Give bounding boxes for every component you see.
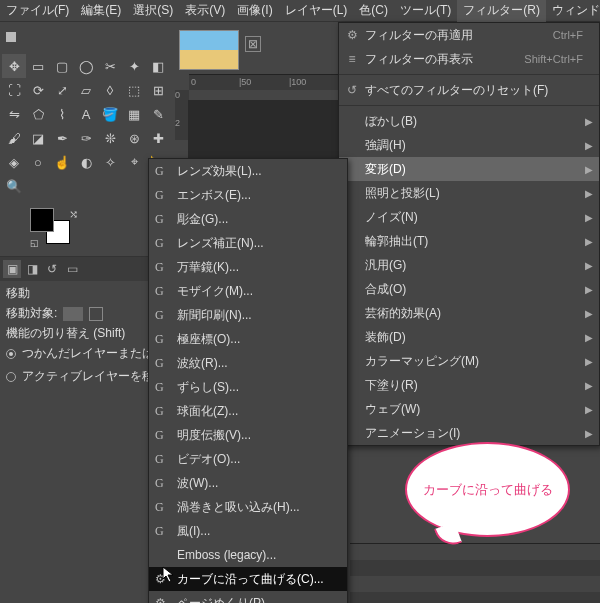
tool-warp[interactable]: ⌇ <box>50 102 74 126</box>
filter-repeat[interactable]: ⚙ フィルターの再適用 Ctrl+F <box>339 23 599 47</box>
tool-dodge[interactable]: ◐ <box>74 150 98 174</box>
tool-shear[interactable]: ▱ <box>74 78 98 102</box>
distort-emboss[interactable]: Gエンボス(E)... <box>149 183 347 207</box>
chevron-right-icon: ▶ <box>585 332 593 343</box>
tool-path[interactable]: ✧ <box>98 150 122 174</box>
menu-layer[interactable]: レイヤー(L) <box>279 0 354 22</box>
filter-group-generic[interactable]: 汎用(G)▶ <box>339 253 599 277</box>
filter-group-edge[interactable]: 輪郭抽出(T)▶ <box>339 229 599 253</box>
distort-lens[interactable]: Gレンズ効果(L)... <box>149 159 347 183</box>
distort-emboss-legacy[interactable]: Emboss (legacy)... <box>149 543 347 567</box>
gegl-icon: G <box>155 164 164 179</box>
filter-reshow[interactable]: ≡ フィルターの再表示 Shift+Ctrl+F <box>339 47 599 71</box>
filter-group-render[interactable]: 下塗り(R)▶ <box>339 373 599 397</box>
tool-persp-clone[interactable]: ◈ <box>2 150 26 174</box>
distort-video[interactable]: Gビデオ(O)... <box>149 447 347 471</box>
tool-blur[interactable]: ○ <box>26 150 50 174</box>
menu-windows[interactable]: ウィンドウ(W) <box>546 0 600 22</box>
menu-image[interactable]: 画像(I) <box>231 0 278 22</box>
tool-transform[interactable]: ⬚ <box>122 78 146 102</box>
chevron-right-icon: ▶ <box>585 404 593 415</box>
filter-group-combine[interactable]: 合成(O)▶ <box>339 277 599 301</box>
menu-select[interactable]: 選択(S) <box>127 0 179 22</box>
distort-whirl[interactable]: G渦巻きと吸い込み(H)... <box>149 495 347 519</box>
filter-group-artistic[interactable]: 芸術的効果(A)▶ <box>339 301 599 325</box>
menu-edit[interactable]: 編集(E) <box>75 0 127 22</box>
menu-tools[interactable]: ツール(T) <box>394 0 457 22</box>
distort-polar[interactable]: G極座標(O)... <box>149 327 347 351</box>
tool-ink[interactable]: ✑ <box>74 126 98 150</box>
opt-tab-image[interactable]: ▭ <box>63 260 81 278</box>
menu-filters[interactable]: フィルター(R) <box>457 0 546 22</box>
radio-pick-layer[interactable] <box>6 349 16 359</box>
tool-heal[interactable]: ✚ <box>146 126 170 150</box>
distort-newsprint[interactable]: G新聞印刷(N)... <box>149 303 347 327</box>
tool-bucket[interactable]: 🪣 <box>98 102 122 126</box>
status-area <box>350 543 600 603</box>
filter-group-decor[interactable]: 装飾(D)▶ <box>339 325 599 349</box>
move-target-layer-icon[interactable] <box>63 307 83 321</box>
tool-pencil[interactable]: ✎ <box>146 102 170 126</box>
opt-tab-options[interactable]: ▣ <box>3 260 21 278</box>
distort-mosaic[interactable]: Gモザイク(M)... <box>149 279 347 303</box>
opt-tab-history[interactable]: ↺ <box>43 260 61 278</box>
menu-view[interactable]: 表示(V) <box>179 0 231 22</box>
fg-color[interactable] <box>30 208 54 232</box>
tool-airbrush[interactable]: ✒ <box>50 126 74 150</box>
opt-tab-device[interactable]: ◨ <box>23 260 41 278</box>
filter-group-map[interactable]: カラーマッピング(M)▶ <box>339 349 599 373</box>
tool-move[interactable]: ✥ <box>2 54 26 78</box>
tool-perspective[interactable]: ◊ <box>98 78 122 102</box>
filter-group-blur[interactable]: ぼかし(B)▶ <box>339 109 599 133</box>
distort-spherize[interactable]: G球面化(Z)... <box>149 399 347 423</box>
tool-rect-select[interactable]: ▢ <box>50 54 74 78</box>
tool-zoom[interactable]: 🔍 <box>2 174 26 198</box>
tool-by-color[interactable]: ◧ <box>146 54 170 78</box>
filter-group-noise[interactable]: ノイズ(N)▶ <box>339 205 599 229</box>
distort-waves[interactable]: G波(W)... <box>149 471 347 495</box>
distort-lens-cor[interactable]: Gレンズ補正(N)... <box>149 231 347 255</box>
close-thumbnail-icon[interactable]: ⊠ <box>245 36 261 52</box>
tool-rotate[interactable]: ⟳ <box>26 78 50 102</box>
tool-gradient[interactable]: ▦ <box>122 102 146 126</box>
tool-color-picker[interactable]: ⌖ <box>122 150 146 174</box>
tool-clone[interactable]: ⊛ <box>122 126 146 150</box>
swap-colors-icon[interactable]: ⤭ <box>69 208 78 221</box>
distort-vprop[interactable]: G明度伝搬(V)... <box>149 423 347 447</box>
tool-eraser[interactable]: ◪ <box>26 126 50 150</box>
filter-group-web[interactable]: ウェブ(W)▶ <box>339 397 599 421</box>
distort-engrave[interactable]: G彫金(G)... <box>149 207 347 231</box>
image-thumbnail[interactable] <box>179 30 239 70</box>
tool-scale[interactable]: ⤢ <box>50 78 74 102</box>
filter-group-light[interactable]: 照明と投影(L)▶ <box>339 181 599 205</box>
distort-ripple[interactable]: G波紋(R)... <box>149 351 347 375</box>
move-target-reset-icon[interactable] <box>89 307 103 321</box>
menu-label: 万華鏡(K)... <box>177 259 239 276</box>
tool-paintbrush[interactable]: 🖌 <box>2 126 26 150</box>
distort-shift[interactable]: Gずらし(S)... <box>149 375 347 399</box>
distort-wind[interactable]: G風(I)... <box>149 519 347 543</box>
filter-group-animation[interactable]: アニメーション(I)▶ <box>339 421 599 445</box>
tool-free-select[interactable]: ✂ <box>98 54 122 78</box>
tool-mypaint[interactable]: ❊ <box>98 126 122 150</box>
distort-pagecurl[interactable]: ⚙ページめくり(P)... <box>149 591 347 603</box>
reset-colors-icon[interactable]: ◱ <box>30 238 39 248</box>
tool-align[interactable]: ▭ <box>26 54 50 78</box>
tool-fuzzy-select[interactable]: ✦ <box>122 54 146 78</box>
filter-reset-all[interactable]: ↺ すべてのフィルターのリセット(F) <box>339 78 599 102</box>
tool-ellipse-select[interactable]: ◯ <box>74 54 98 78</box>
distort-kaleido[interactable]: G万華鏡(K)... <box>149 255 347 279</box>
tool-flip[interactable]: ⇋ <box>2 102 26 126</box>
menu-colors[interactable]: 色(C) <box>353 0 394 22</box>
tool-text[interactable]: A <box>74 102 98 126</box>
tool-cage[interactable]: ⬠ <box>26 102 50 126</box>
menu-file[interactable]: ファイル(F) <box>0 0 75 22</box>
distort-curve-bend[interactable]: ⚙カーブに沿って曲げる(C)... <box>149 567 347 591</box>
tool-crop[interactable]: ⛶ <box>2 78 26 102</box>
color-swatches[interactable]: ⤭ ◱ <box>30 208 90 248</box>
radio-active-layer[interactable] <box>6 372 16 382</box>
filter-group-distort[interactable]: 変形(D)▶ <box>339 157 599 181</box>
tool-handle[interactable]: ⊞ <box>146 78 170 102</box>
tool-smudge[interactable]: ☝ <box>50 150 74 174</box>
filter-group-enhance[interactable]: 強調(H)▶ <box>339 133 599 157</box>
